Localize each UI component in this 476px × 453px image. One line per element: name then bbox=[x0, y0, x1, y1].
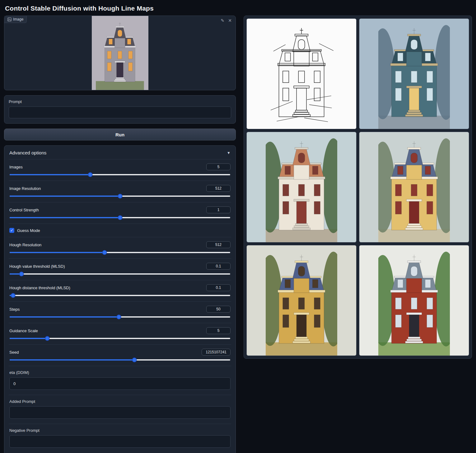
slider-label: Steps bbox=[9, 307, 20, 312]
slider-thumb[interactable] bbox=[11, 293, 16, 298]
slider-track[interactable] bbox=[10, 295, 230, 296]
slider-images: Images 5 bbox=[9, 159, 231, 181]
output-gallery bbox=[244, 16, 472, 359]
guess-mode-row: ✓ Guess Mode bbox=[9, 224, 231, 237]
slider-steps: Steps 50 bbox=[9, 301, 231, 323]
slider-thumb[interactable] bbox=[45, 336, 49, 341]
added-prompt-field: Added Prompt bbox=[9, 395, 231, 424]
slider-track[interactable] bbox=[10, 316, 230, 318]
slider-value[interactable]: 1 bbox=[206, 206, 231, 213]
slider-label: Images bbox=[9, 165, 23, 169]
slider-label: Hough Resolution bbox=[9, 243, 41, 247]
advanced-options: Advanced options ▼ Images 5 Image R bbox=[4, 145, 236, 453]
slider-hough-distance-threshold: Hough distance threshold (MLSD) 0.1 bbox=[9, 280, 231, 301]
gallery-item-result-5[interactable] bbox=[359, 245, 469, 356]
slider-value[interactable]: 512 bbox=[206, 185, 231, 192]
eta-field: eta (DDIM) bbox=[9, 366, 231, 395]
slider-label: Hough distance threshold (MLSD) bbox=[9, 285, 70, 290]
controls-column: Image ✎ ✕ bbox=[4, 16, 236, 453]
eta-label: eta (DDIM) bbox=[9, 370, 231, 375]
slider-value[interactable]: 1215107241 bbox=[202, 349, 231, 356]
guess-mode-checkbox[interactable]: ✓ bbox=[9, 228, 14, 233]
chevron-down-icon[interactable]: ▼ bbox=[227, 151, 231, 155]
slider-thumb[interactable] bbox=[132, 358, 137, 362]
slider-value[interactable]: 0.1 bbox=[206, 284, 231, 291]
slider-image-resolution: Image Resolution 512 bbox=[9, 181, 231, 202]
run-button[interactable]: Run bbox=[4, 129, 236, 140]
page-title: Control Stable Diffusion with Hough Line… bbox=[4, 0, 472, 16]
slider-track[interactable] bbox=[10, 338, 230, 339]
slider-thumb[interactable] bbox=[19, 272, 24, 276]
slider-value[interactable]: 50 bbox=[206, 306, 231, 313]
slider-value[interactable]: 512 bbox=[206, 241, 231, 248]
clear-image-icon[interactable]: ✕ bbox=[228, 18, 232, 23]
advanced-options-header[interactable]: Advanced options ▼ bbox=[9, 146, 231, 159]
slider-value[interactable]: 5 bbox=[206, 163, 231, 170]
gallery-item-result-1[interactable] bbox=[359, 18, 469, 129]
slider-label: Image Resolution bbox=[9, 186, 41, 191]
slider-hough-resolution: Hough Resolution 512 bbox=[9, 237, 231, 258]
slider-seed: Seed 1215107241 bbox=[9, 344, 231, 366]
slider-thumb[interactable] bbox=[102, 250, 107, 255]
app-root: Control Stable Diffusion with Hough Line… bbox=[0, 0, 476, 453]
slider-thumb[interactable] bbox=[118, 194, 122, 199]
results-column bbox=[244, 16, 472, 359]
slider-track[interactable] bbox=[10, 196, 230, 197]
slider-value[interactable]: 0.1 bbox=[206, 263, 231, 270]
guess-mode-label: Guess Mode bbox=[17, 228, 40, 233]
gallery-item-result-2[interactable] bbox=[246, 132, 357, 243]
advanced-options-title: Advanced options bbox=[9, 150, 46, 155]
prompt-block: Prompt bbox=[4, 95, 236, 124]
image-icon bbox=[7, 17, 12, 21]
gallery-item-result-4[interactable] bbox=[246, 245, 357, 356]
image-input-label-text: Image bbox=[13, 17, 23, 21]
slider-label: Hough value threshold (MLSD) bbox=[9, 264, 65, 269]
slider-value[interactable]: 5 bbox=[206, 327, 231, 334]
gallery-item-result-3[interactable] bbox=[359, 132, 469, 243]
negative-prompt-field: Negative Prompt bbox=[9, 424, 231, 453]
slider-track[interactable] bbox=[10, 252, 230, 253]
prompt-input[interactable] bbox=[9, 106, 231, 118]
input-image-preview[interactable] bbox=[92, 16, 148, 90]
slider-track[interactable] bbox=[10, 273, 230, 275]
image-input-label: Image bbox=[4, 16, 27, 23]
slider-track[interactable] bbox=[10, 174, 230, 175]
negative-prompt-input[interactable] bbox=[9, 435, 231, 448]
slider-track[interactable] bbox=[10, 217, 230, 218]
slider-guidance-scale: Guidance Scale 5 bbox=[9, 323, 231, 344]
edit-image-icon[interactable]: ✎ bbox=[221, 18, 225, 23]
slider-label: Seed bbox=[9, 350, 19, 355]
slider-hough-value-threshold: Hough value threshold (MLSD) 0.1 bbox=[9, 258, 231, 280]
slider-label: Control Strength bbox=[9, 208, 39, 212]
eta-input[interactable] bbox=[9, 377, 231, 390]
added-prompt-label: Added Prompt bbox=[9, 399, 231, 404]
added-prompt-input[interactable] bbox=[9, 406, 231, 419]
slider-control-strength: Control Strength 1 bbox=[9, 202, 231, 224]
slider-thumb[interactable] bbox=[116, 315, 121, 319]
image-input[interactable]: Image ✎ ✕ bbox=[4, 16, 236, 90]
slider-track[interactable] bbox=[10, 359, 230, 361]
slider-thumb[interactable] bbox=[88, 172, 92, 177]
prompt-label: Prompt bbox=[9, 99, 231, 104]
negative-prompt-label: Negative Prompt bbox=[9, 428, 231, 433]
slider-thumb[interactable] bbox=[118, 215, 122, 220]
slider-label: Guidance Scale bbox=[9, 328, 38, 333]
gallery-item-hough-line-map[interactable] bbox=[246, 18, 357, 129]
